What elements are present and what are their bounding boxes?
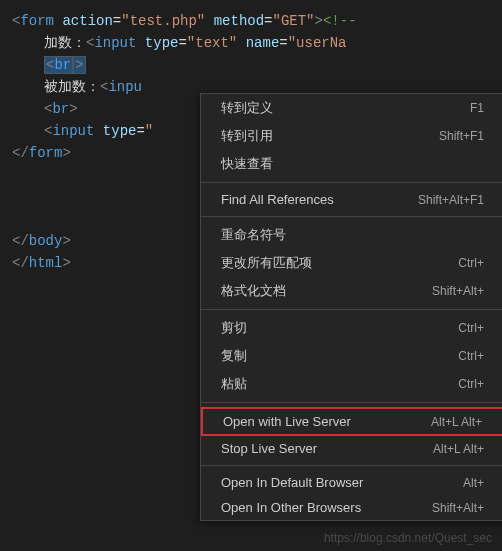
menu-cut[interactable]: 剪切Ctrl+ [201,314,502,342]
code-line-selected: <br> [12,54,502,76]
menu-separator [201,216,502,217]
watermark: https://blog.csdn.net/Quest_sec [324,531,492,545]
context-menu: 转到定义F1 转到引用Shift+F1 快速查看 Find All Refere… [200,93,502,521]
menu-go-to-references[interactable]: 转到引用Shift+F1 [201,122,502,150]
menu-open-other-browsers[interactable]: Open In Other BrowsersShift+Alt+ [201,495,502,520]
menu-open-live-server[interactable]: Open with Live ServerAlt+L Alt+ [201,407,502,436]
menu-separator [201,309,502,310]
menu-paste[interactable]: 粘贴Ctrl+ [201,370,502,398]
menu-separator [201,402,502,403]
menu-stop-live-server[interactable]: Stop Live ServerAlt+L Alt+ [201,436,502,461]
menu-rename-symbol[interactable]: 重命名符号 [201,221,502,249]
menu-find-all-references[interactable]: Find All ReferencesShift+Alt+F1 [201,187,502,212]
menu-go-to-definition[interactable]: 转到定义F1 [201,94,502,122]
menu-open-default-browser[interactable]: Open In Default BrowserAlt+ [201,470,502,495]
menu-peek[interactable]: 快速查看 [201,150,502,178]
menu-separator [201,465,502,466]
menu-copy[interactable]: 复制Ctrl+ [201,342,502,370]
code-line: 加数：<input type="text" name="userNa [12,32,502,54]
menu-change-all[interactable]: 更改所有匹配项Ctrl+ [201,249,502,277]
code-line: <form action="test.php" method="GET"><!-… [12,10,502,32]
menu-separator [201,182,502,183]
menu-format-document[interactable]: 格式化文档Shift+Alt+ [201,277,502,305]
